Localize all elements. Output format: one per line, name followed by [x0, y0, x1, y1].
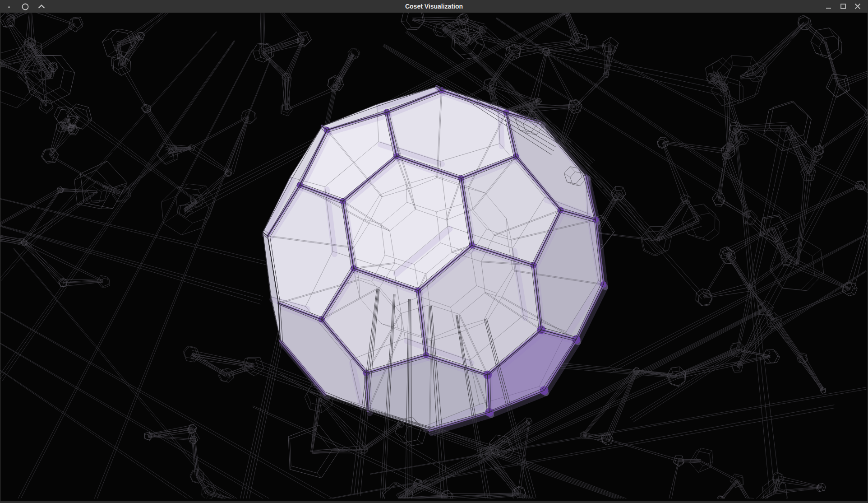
close-button[interactable]: [852, 0, 863, 12]
app-window: Coset Visualization: [0, 0, 868, 503]
close-icon: [852, 0, 863, 12]
bottom-window-border[interactable]: [0, 501, 868, 503]
window-controls: [823, 0, 868, 12]
maximize-button[interactable]: [837, 0, 849, 12]
record-circle-icon[interactable]: [20, 1, 31, 12]
minimize-icon: [823, 0, 835, 12]
titlebar[interactable]: Coset Visualization: [0, 0, 868, 13]
maximize-icon: [837, 0, 849, 12]
status-dot-icon: [4, 1, 14, 12]
minimize-button[interactable]: [823, 0, 835, 12]
titlebar-left-icons: [0, 1, 47, 12]
window-title: Coset Visualization: [0, 0, 868, 13]
chevron-up-icon[interactable]: [36, 1, 47, 12]
viewport-3d[interactable]: [0, 13, 868, 501]
coset-scene-canvas[interactable]: [0, 13, 868, 498]
